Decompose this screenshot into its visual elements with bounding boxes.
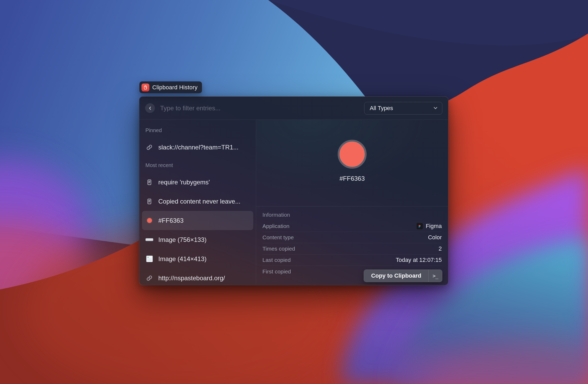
list-item-nspasteboard-link[interactable]: http://nspasteboard.org/ <box>142 268 253 285</box>
clipboard-history-title-chip: Clipboard History <box>139 81 202 93</box>
info-row-times-copied: Times copied 2 <box>262 243 442 255</box>
color-dot-icon <box>145 217 153 224</box>
list-item-text-copied-content[interactable]: Copied content never leave... <box>142 192 253 211</box>
color-swatch <box>338 140 367 169</box>
list-item-label: http://nspasteboard.org/ <box>158 274 225 282</box>
list-item-label: require 'rubygems' <box>158 179 210 186</box>
list-item-color-ff6363[interactable]: #FF6363 <box>142 211 253 230</box>
chevron-down-icon <box>434 107 437 109</box>
color-hex-label: #FF6363 <box>339 175 365 182</box>
figma-app-icon <box>416 223 423 230</box>
info-value: Figma <box>426 223 442 230</box>
list-item-label: slack://channel?team=TR1... <box>158 144 239 151</box>
detail-panel: #FF6363 Information Application <box>256 120 448 285</box>
text-snippet-icon <box>145 198 153 205</box>
list-item-label: #FF6363 <box>158 217 184 224</box>
back-button[interactable] <box>145 103 155 113</box>
info-row-content-type: Content type Color <box>262 232 442 243</box>
list-item-text-rubygems[interactable]: require 'rubygems' <box>142 173 253 192</box>
copy-to-clipboard-button[interactable]: Copy to Clipboard >_ <box>364 269 442 282</box>
copy-button-label: Copy to Clipboard <box>364 270 428 282</box>
list-item-label: Copied content never leave... <box>158 198 240 205</box>
info-value: 2 <box>439 245 442 252</box>
info-label: Content type <box>262 234 294 241</box>
search-bar: All Types <box>139 97 448 120</box>
terminal-prompt-icon[interactable]: >_ <box>428 270 442 282</box>
color-preview-area: #FF6363 <box>256 120 448 206</box>
chevron-left-icon <box>147 105 153 111</box>
window-title: Clipboard History <box>152 84 197 91</box>
text-snippet-icon <box>145 179 153 186</box>
link-icon <box>145 144 153 151</box>
info-row-application: Application Figma <box>262 221 442 232</box>
information-header: Information <box>262 210 442 220</box>
list-item-slack-link[interactable]: slack://channel?team=TR1... <box>142 138 253 157</box>
info-label: Times copied <box>262 246 295 252</box>
info-label: Application <box>262 223 290 229</box>
info-value: Today at 12:07:15 <box>396 257 442 263</box>
list-item-image-wide[interactable]: Image (756×133) <box>142 230 253 249</box>
info-label: Last copied <box>262 257 291 263</box>
type-filter-dropdown[interactable]: All Types <box>364 102 442 115</box>
link-icon <box>145 275 153 282</box>
clipboard-history-window: All Types Pinned slack://channel?team=TR… <box>139 96 448 285</box>
clipboard-app-icon <box>141 84 149 91</box>
image-square-icon <box>145 256 153 262</box>
list-item-label: Image (414×413) <box>158 255 206 263</box>
filter-input[interactable] <box>160 105 364 112</box>
entries-list: Pinned slack://channel?team=TR1... Most … <box>139 120 256 285</box>
list-item-image-square[interactable]: Image (414×413) <box>142 249 253 268</box>
info-value: Color <box>428 234 442 241</box>
info-label: First copied <box>262 268 291 275</box>
list-item-label: Image (756×133) <box>158 236 206 243</box>
section-header-pinned: Pinned <box>142 126 253 135</box>
section-header-most-recent: Most recent <box>142 160 253 170</box>
image-wide-icon <box>145 238 153 241</box>
info-row-last-copied: Last copied Today at 12:07:15 <box>262 255 442 266</box>
type-filter-value: All Types <box>370 105 393 112</box>
